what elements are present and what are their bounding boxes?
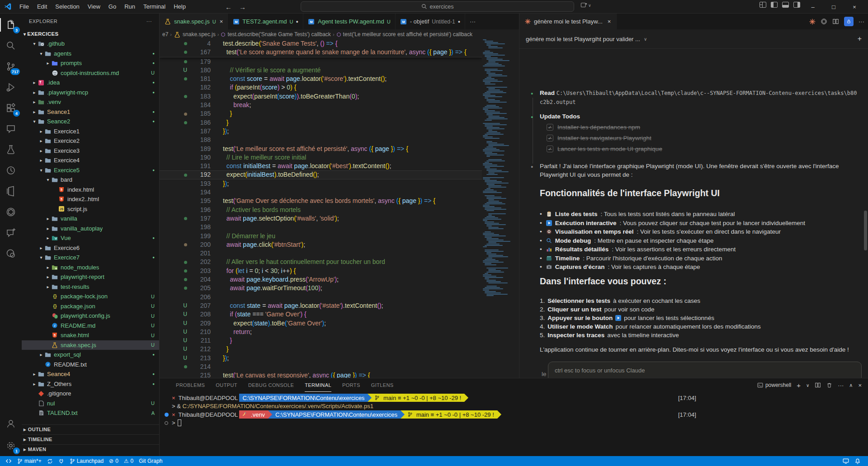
tree-item-index.html[interactable]: 5index.html xyxy=(22,185,159,195)
tree-item-agents[interactable]: ▾agents● xyxy=(22,49,159,59)
tree-item-Z_Others[interactable]: ▸Z_Others● xyxy=(22,379,159,389)
tree-item-.gitignore[interactable]: .gitignore xyxy=(22,389,159,399)
new-terminal-icon[interactable]: + xyxy=(797,381,801,389)
claude-input[interactable]: ctrl esc to focus or unfocus Claude Ask … xyxy=(548,362,862,378)
panel-more-icon[interactable]: ··· xyxy=(838,382,844,389)
toggle-secondary-sidebar-icon[interactable] xyxy=(793,2,800,8)
status-errors[interactable]: ⊘0 xyxy=(106,456,121,466)
breadcrumb-item[interactable]: snake.spec.js xyxy=(174,31,216,38)
new-window-button[interactable]: ∨ xyxy=(580,2,591,9)
tree-item-bard[interactable]: ▾bard xyxy=(22,175,159,185)
tab-snake.spec.js[interactable]: snake.spec.jsU× xyxy=(160,14,228,29)
tree-item-nul[interactable]: nulU xyxy=(22,399,159,409)
tree-item-playwright-report[interactable]: ▸playwright-report xyxy=(22,272,159,282)
panel-tab-problems[interactable]: PROBLEMS xyxy=(176,378,205,392)
tree-item-script.js[interactable]: JSscript.js xyxy=(22,204,159,214)
tree-item-.github[interactable]: ▾.github xyxy=(22,39,159,49)
command-center-search[interactable]: exercices xyxy=(301,1,574,12)
panel-tab-debug-console[interactable]: DEBUG CONSOLE xyxy=(248,378,294,392)
tree-item-copilot-instructions.md[interactable]: copilot-instructions.mdU xyxy=(22,68,159,78)
terminal-cursor-line[interactable]: > xyxy=(160,419,868,428)
minimap[interactable] xyxy=(482,39,514,378)
tree-item-Exercice3[interactable]: ▸Exercice3 xyxy=(22,146,159,156)
claude-read-step[interactable]: Read C:\Users\Thibault\AppData\Local\Tem… xyxy=(540,89,860,107)
menu-run[interactable]: Run xyxy=(120,2,139,12)
tab-overflow-icon[interactable]: ··· xyxy=(465,14,480,29)
activity-openai[interactable] xyxy=(0,202,22,222)
tree-item-Exercice1[interactable]: ▸Exercice1 xyxy=(22,127,159,137)
tree-item-Exercice7[interactable]: ▾Exercice7● xyxy=(22,253,159,263)
menu-view[interactable]: View xyxy=(84,2,104,12)
claude-conversation-title[interactable]: génère moi le test Playwrgiht pour valid… xyxy=(526,36,640,42)
terminal[interactable]: ×Thibault@DEADPOOL C:\SYNAPSE\FORMATION\… xyxy=(160,394,868,456)
activity-explorer[interactable]: 3 xyxy=(0,14,22,35)
code-editor[interactable]: 4test.describe('Snake Game Tests', () =>… xyxy=(160,39,482,378)
explorer-actions-icon[interactable]: ··· xyxy=(146,19,152,24)
openai-icon[interactable] xyxy=(821,18,827,25)
lock-icon[interactable] xyxy=(844,17,854,26)
customize-layout-icon[interactable] xyxy=(760,2,766,8)
explorer-root-folder[interactable]: ▾ EXERCICES xyxy=(22,29,159,39)
panel-tab-ports[interactable]: PORTS xyxy=(342,378,360,392)
menu-terminal[interactable]: Terminal xyxy=(139,2,170,12)
activity-copilot-chat[interactable] xyxy=(0,118,22,139)
activity-history[interactable] xyxy=(0,160,22,181)
claude-tab-close-icon[interactable]: × xyxy=(608,18,611,25)
menu-go[interactable]: Go xyxy=(104,2,120,12)
split-terminal-icon[interactable] xyxy=(815,382,821,388)
tree-item-Exercice4[interactable]: ▸Exercice4 xyxy=(22,155,159,165)
kill-terminal-icon[interactable] xyxy=(826,382,832,388)
status-warnings[interactable]: ⚠0 xyxy=(121,456,136,466)
menu-help[interactable]: Help xyxy=(170,2,190,12)
nav-back-icon[interactable]: ← xyxy=(225,3,232,11)
new-conversation-button[interactable]: + xyxy=(858,35,862,43)
tree-item-Exercice5[interactable]: ▾Exercice5● xyxy=(22,165,159,175)
tree-item-Seance1[interactable]: ▸Seance1● xyxy=(22,107,159,117)
scrollbar[interactable] xyxy=(864,211,867,250)
activity-playwright[interactable] xyxy=(0,243,22,264)
nav-forward-icon[interactable]: → xyxy=(239,3,246,11)
terminal-dropdown-icon[interactable]: ∨ xyxy=(806,383,809,388)
tree-item-README.txt[interactable]: iREADME.txt xyxy=(22,360,159,370)
minimize-button[interactable]: – xyxy=(802,0,823,14)
status-git-graph[interactable]: Git Graph xyxy=(136,456,165,466)
tree-item-snake.spec.js[interactable]: snake.spec.jsU xyxy=(22,340,159,350)
tree-item-node_modules[interactable]: ▸node_modules xyxy=(22,263,159,273)
tree-item-prompts[interactable]: ▸prompts● xyxy=(22,58,159,68)
activity-chat-new[interactable] xyxy=(0,222,22,243)
toggle-sidebar-icon[interactable] xyxy=(771,2,778,8)
tree-item-export_sql[interactable]: ▸export_sql● xyxy=(22,350,159,360)
activity-source-control[interactable]: 717 xyxy=(0,56,22,77)
tree-item-Exercice6[interactable]: ▸Exercice6 xyxy=(22,243,159,253)
menu-selection[interactable]: Selection xyxy=(51,2,83,12)
tree-item-test-results[interactable]: ▸test-results xyxy=(22,282,159,292)
breadcrumb-item[interactable]: test.describe('Snake Game Tests') callba… xyxy=(221,31,330,38)
activity-settings[interactable]: 1 xyxy=(0,435,22,456)
close-panel-icon[interactable]: × xyxy=(858,382,862,389)
tree-item-README.md[interactable]: iREADME.mdU xyxy=(22,321,159,331)
activity-office[interactable] xyxy=(0,181,22,202)
menu-file[interactable]: File xyxy=(15,2,33,12)
tree-item-package-lock.json[interactable]: {}package-lock.jsonU xyxy=(22,292,159,301)
activity-run-debug[interactable] xyxy=(0,77,22,98)
activity-extensions[interactable]: 4 xyxy=(0,98,22,118)
activity-search[interactable] xyxy=(0,35,22,56)
claude-todos-step[interactable]: Update Todos xyxy=(540,112,860,121)
layout-controls[interactable] xyxy=(760,2,800,8)
panel-tab-terminal[interactable]: TERMINAL xyxy=(305,378,331,392)
claude-tab[interactable]: génère moi le test Playw... × xyxy=(519,14,617,29)
maximize-panel-icon[interactable]: ∧ xyxy=(849,382,853,388)
status-remote-indicator[interactable] xyxy=(3,456,14,466)
tree-item-Seance4[interactable]: ▸Seance4● xyxy=(22,369,159,379)
tab-Agent tests PW.agent.md[interactable]: MAgent tests PW.agent.mdU xyxy=(303,14,396,29)
section-timeline[interactable]: ▸TIMELINE xyxy=(22,434,159,444)
menu-edit[interactable]: Edit xyxy=(33,2,51,12)
tree-item-package.json[interactable]: {}package.jsonU xyxy=(22,301,159,311)
tab-- objetif[interactable]: M- objetifUntitled-1● xyxy=(396,14,465,29)
tree-item-index2..html[interactable]: 5index2..html xyxy=(22,194,159,204)
tree-item-.venv[interactable]: ▸.venv xyxy=(22,97,159,107)
close-button[interactable]: × xyxy=(844,0,865,14)
status-git-branch[interactable]: main*+ xyxy=(14,456,44,466)
split-editor-icon[interactable] xyxy=(832,18,839,25)
panel-tab-output[interactable]: OUTPUT xyxy=(216,378,237,392)
